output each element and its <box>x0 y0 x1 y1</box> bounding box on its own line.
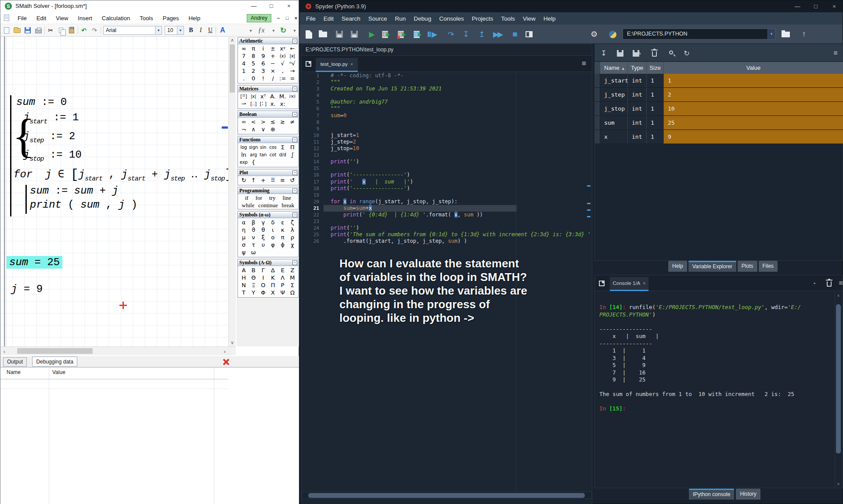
browse-tabs-button[interactable] <box>303 58 314 69</box>
palette-item-ln[interactable]: ln <box>239 151 249 158</box>
save-data-as-button[interactable]: ✎ <box>632 48 642 58</box>
palette-item-4[interactable]: 4 <box>239 60 249 67</box>
open-file-button[interactable] <box>317 29 328 40</box>
import-data-button[interactable]: ↧ <box>598 48 609 58</box>
palette-item-Σ[interactable]: Σ <box>288 281 297 289</box>
editor-hscrollbar[interactable] <box>302 492 592 499</box>
palette-item-|x|[interactable]: |x| <box>249 93 258 100</box>
overflow-icon[interactable]: ▾ <box>290 26 299 35</box>
smath-worksheet[interactable]: sum := 0 { jstart := 1 jstep := 2 jstop … <box>0 36 228 346</box>
palette-item-Θ[interactable]: Θ <box>249 274 258 281</box>
chevron-down-icon[interactable]: ▾ <box>155 26 162 34</box>
scroll-right-icon[interactable]: › <box>222 348 228 355</box>
math-def-jstop[interactable]: jstop := 10 <box>23 149 82 163</box>
maximize-icon[interactable]: □ <box>807 0 825 12</box>
remove-variables-button[interactable] <box>649 48 659 58</box>
close-tab-icon[interactable]: × <box>643 281 645 286</box>
mdi-restore-icon[interactable]: □ <box>283 14 291 22</box>
cell[interactable]: 1 <box>647 130 664 144</box>
save-data-button[interactable] <box>615 48 625 58</box>
palette-item-break[interactable]: break <box>281 202 295 209</box>
palette-item-ψ[interactable]: ψ <box>239 248 249 256</box>
palette-item-Η[interactable]: Η <box>239 274 249 281</box>
palette-item-χ[interactable]: χ <box>288 241 297 248</box>
close-icon[interactable]: × <box>825 0 843 12</box>
scroll-thumb[interactable] <box>230 44 235 93</box>
tab-variable-explorer[interactable]: Variable Explorer <box>688 261 736 272</box>
palette-item-3[interactable]: 3 <box>258 67 268 75</box>
palette-item-<[interactable]: < <box>249 118 258 126</box>
palette-item-ϑ[interactable]: ϑ <box>249 226 258 234</box>
cell[interactable]: j_step <box>600 88 628 101</box>
chevron-down-icon[interactable]: ▾ <box>177 26 184 34</box>
palette-item-6[interactable]: 6 <box>258 60 268 67</box>
palette-item-Ν[interactable]: Ν <box>239 281 249 289</box>
cell[interactable]: int <box>628 102 647 115</box>
tab-files[interactable]: Files <box>759 261 778 272</box>
step-out-button[interactable]: ↥ <box>476 29 487 40</box>
palette-item-∫[interactable]: ∫ <box>288 151 297 158</box>
variable-row-j_stop[interactable]: j_stopint110 <box>594 102 843 116</box>
mdi-minimize-icon[interactable]: – <box>274 14 282 22</box>
menu-item-file[interactable]: File <box>302 15 320 22</box>
paste-button[interactable] <box>67 26 76 35</box>
palette-item-Ξ[interactable]: Ξ <box>249 281 258 289</box>
palette-item-−[interactable]: − <box>268 60 277 67</box>
variable-row-j_start[interactable]: j_startint11 <box>594 74 843 88</box>
palette-item-π[interactable]: π <box>278 234 288 241</box>
palette-item-.[interactable]: . <box>239 75 249 82</box>
tab-output[interactable]: Output <box>3 357 27 367</box>
math-body-print[interactable]: print ( sum , j ) <box>30 199 137 211</box>
palette-item-xʸ[interactable]: xʸ <box>278 45 288 52</box>
math-for-line[interactable]: for j ∈ [jstart , jstart + jstep ‥ jstop… <box>14 167 228 183</box>
rerun-cell-button[interactable]: ▶ <box>412 29 423 40</box>
palette-item-ο[interactable]: ο <box>268 234 277 241</box>
worksheet-hscrollbar[interactable]: ‹ › <box>0 346 236 355</box>
palette-item-x:[interactable]: x: <box>278 100 288 108</box>
palette-item-[⠛][interactable]: [⠛] <box>239 93 249 100</box>
run-button[interactable]: ▶ <box>366 29 378 40</box>
search-button[interactable] <box>665 48 676 58</box>
working-directory-input[interactable]: E:\PROJECTS.PYTHON▾ <box>623 29 775 40</box>
menu-item-insert[interactable]: Insert <box>73 15 97 22</box>
header-value[interactable]: Value <box>664 62 843 74</box>
cell[interactable]: j_start <box>600 74 628 87</box>
header-name[interactable]: Name▲ <box>600 62 628 74</box>
palette-item-+[interactable]: + <box>258 176 268 184</box>
palette-item-xᵀ[interactable]: xᵀ <box>258 93 268 100</box>
menu-item-projects[interactable]: Projects <box>468 15 497 22</box>
cut-button[interactable]: ✂ <box>46 26 55 35</box>
palette-item-Υ[interactable]: Υ <box>249 289 258 296</box>
palette-item-ζ[interactable]: ζ <box>288 219 297 226</box>
palette-item-τ[interactable]: τ <box>249 241 258 248</box>
palette-item-/[interactable]: / <box>268 75 277 82</box>
palette-item-ω[interactable]: ω <box>249 248 258 256</box>
new-file-button[interactable] <box>303 29 314 40</box>
menu-item-search[interactable]: Search <box>338 15 364 22</box>
cell[interactable]: int <box>628 116 647 130</box>
cell[interactable]: sum <box>600 116 628 130</box>
collapse-icon[interactable]: − <box>292 86 297 91</box>
palette-item-←[interactable]: ← <box>288 45 297 52</box>
debug-button[interactable]: ▶ <box>427 29 438 40</box>
run-cell-advance-button[interactable]: ▶ <box>396 29 407 40</box>
collapse-icon[interactable]: − <box>292 137 297 142</box>
palette-item-ⁿ√[interactable]: ⁿ√ <box>288 60 297 67</box>
palette-item-i[interactable]: i <box>258 45 268 52</box>
cell[interactable] <box>594 88 600 101</box>
palette-item-ϕ[interactable]: ϕ <box>278 241 288 248</box>
insert-function-button[interactable]: ƒx <box>257 26 266 35</box>
palette-item-[..][interactable]: [..] <box>249 100 258 108</box>
browse-directory-button[interactable] <box>780 29 791 40</box>
palette-item-9[interactable]: 9 <box>258 52 268 60</box>
palette-item-:=[interactable]: := <box>278 75 288 82</box>
palette-item-cot[interactable]: cot <box>268 151 277 158</box>
palette-item-2[interactable]: 2 <box>249 67 258 75</box>
palette-item-≡[interactable]: ≡ <box>278 176 288 184</box>
step-into-button[interactable]: ↧ <box>460 29 472 40</box>
worksheet-vscrollbar[interactable]: ∧ ∨ <box>228 36 236 346</box>
tab-history[interactable]: History <box>736 489 760 500</box>
tab-ipython-console[interactable]: IPython console <box>689 489 734 500</box>
palette-item-ρ[interactable]: ρ <box>288 234 297 241</box>
interrupt-kernel-icon[interactable]: ▪ <box>809 278 820 288</box>
